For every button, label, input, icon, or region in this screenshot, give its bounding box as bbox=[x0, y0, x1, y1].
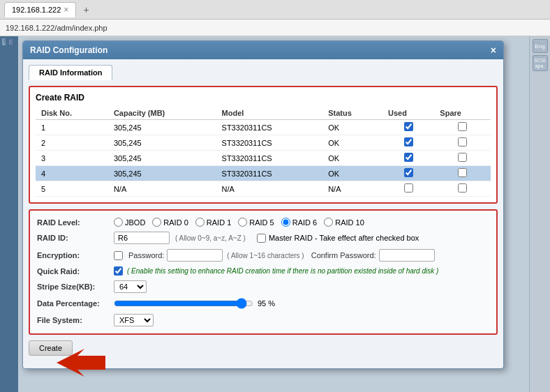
spare-checkbox[interactable] bbox=[458, 168, 467, 177]
tab-bar: RAID Information bbox=[29, 65, 498, 80]
password-label: Password: bbox=[128, 251, 164, 259]
used-cell[interactable] bbox=[382, 135, 434, 151]
encryption-checkbox[interactable] bbox=[114, 251, 123, 260]
raid0-radio[interactable] bbox=[152, 218, 161, 227]
table-row: 1 305,245 ST3320311CS OK bbox=[36, 120, 491, 135]
table-row: 2 305,245 ST3320311CS OK bbox=[36, 135, 491, 151]
data-percentage-value: 95 % bbox=[258, 299, 275, 308]
master-raid-checkbox[interactable] bbox=[257, 234, 266, 243]
confirm-password-input[interactable] bbox=[379, 249, 435, 262]
used-checkbox[interactable] bbox=[404, 153, 413, 162]
file-system-select[interactable]: XFS EXT4 NTFS bbox=[114, 314, 154, 326]
address-text[interactable]: 192.168.1.222/adm/index.php bbox=[6, 24, 107, 32]
sidebar-item-1: en bbox=[0, 36, 7, 47]
dialog-body: RAID Information Create RAID Disk No. Ca… bbox=[23, 59, 503, 368]
raid1-radio[interactable] bbox=[195, 218, 205, 227]
jbod-option[interactable]: JBOD bbox=[114, 218, 145, 227]
capacity-cell: 305,245 bbox=[108, 135, 216, 151]
right-sidebar-btn-2[interactable]: SCSIapa. bbox=[533, 55, 548, 71]
left-sidebar: en m bbox=[0, 36, 18, 392]
tab-label: 192.168.1.222 bbox=[12, 6, 61, 14]
spare-cell[interactable] bbox=[434, 166, 491, 181]
status-cell: OK bbox=[322, 151, 382, 166]
create-arrow bbox=[57, 349, 112, 384]
raid-level-row: RAID Level: JBOD RAID 0 RAID 1 bbox=[37, 218, 489, 227]
quick-raid-row: Quick Raid: ( Enable this setting to enh… bbox=[37, 266, 489, 276]
spare-checkbox[interactable] bbox=[458, 122, 467, 131]
col-model: Model bbox=[216, 107, 323, 120]
used-cell[interactable] bbox=[382, 166, 434, 181]
raid10-option[interactable]: RAID 10 bbox=[324, 218, 364, 227]
spare-checkbox[interactable] bbox=[458, 137, 467, 146]
disk-no-cell: 1 bbox=[36, 120, 108, 135]
browser-bar: 192.168.1.222 × + bbox=[0, 0, 550, 20]
col-disk-no: Disk No. bbox=[36, 107, 108, 120]
model-cell: ST3320311CS bbox=[216, 166, 323, 181]
capacity-cell: N/A bbox=[108, 181, 216, 197]
stripe-size-select[interactable]: 64 128 256 bbox=[114, 280, 147, 293]
quick-raid-checkbox[interactable] bbox=[114, 266, 123, 276]
raid1-option[interactable]: RAID 1 bbox=[195, 218, 231, 227]
sidebar-item-2: m bbox=[7, 36, 14, 47]
password-note: ( Allow 1~16 characters ) bbox=[227, 252, 304, 259]
jbod-radio[interactable] bbox=[114, 218, 123, 227]
capacity-cell: 305,245 bbox=[108, 166, 216, 181]
used-checkbox[interactable] bbox=[404, 183, 413, 193]
col-spare: Spare bbox=[434, 107, 491, 120]
raid5-radio[interactable] bbox=[238, 218, 247, 227]
tab-close-icon[interactable]: × bbox=[64, 5, 68, 15]
bottom-section: Create bbox=[29, 340, 498, 363]
dialog-close-icon[interactable]: × bbox=[491, 45, 496, 56]
col-used: Used bbox=[382, 107, 434, 120]
file-system-row: File System: XFS EXT4 NTFS bbox=[37, 314, 489, 326]
dialog-title: RAID Configuration bbox=[30, 45, 107, 55]
raid-options-section: RAID Level: JBOD RAID 0 RAID 1 bbox=[29, 209, 498, 335]
status-cell: OK bbox=[322, 120, 382, 135]
spare-cell[interactable] bbox=[434, 120, 491, 135]
dialog-titlebar: RAID Configuration × bbox=[23, 41, 503, 59]
model-cell: ST3320311CS bbox=[216, 135, 323, 151]
address-bar: 192.168.1.222/adm/index.php bbox=[0, 20, 550, 36]
data-percentage-slider[interactable] bbox=[114, 298, 253, 309]
raid-id-row: RAID ID: ( Allow 0~9, a~z, A~Z ) Master … bbox=[37, 232, 489, 244]
svg-marker-0 bbox=[57, 349, 105, 377]
status-cell: OK bbox=[322, 166, 382, 181]
raid5-option[interactable]: RAID 5 bbox=[238, 218, 274, 227]
used-cell[interactable] bbox=[382, 181, 434, 197]
used-cell[interactable] bbox=[382, 151, 434, 166]
spare-checkbox[interactable] bbox=[458, 183, 467, 193]
table-row: 5 N/A N/A N/A bbox=[36, 181, 491, 197]
content-area: RAID Configuration × RAID Information Cr… bbox=[18, 36, 529, 392]
used-checkbox[interactable] bbox=[404, 137, 413, 146]
model-cell: N/A bbox=[216, 181, 323, 197]
raid-level-radio-group: JBOD RAID 0 RAID 1 RAID 5 bbox=[114, 218, 364, 227]
raid-id-input[interactable] bbox=[114, 232, 170, 244]
col-capacity: Capacity (MB) bbox=[108, 107, 216, 120]
used-checkbox[interactable] bbox=[404, 168, 413, 177]
used-checkbox[interactable] bbox=[404, 122, 413, 131]
disk-no-cell: 5 bbox=[36, 181, 108, 197]
master-raid-label[interactable]: Master RAID - Take effect after checked … bbox=[257, 234, 419, 243]
raid-info-tab[interactable]: RAID Information bbox=[29, 65, 112, 80]
status-cell: OK bbox=[322, 135, 382, 151]
spare-cell[interactable] bbox=[434, 135, 491, 151]
raid-id-note: ( Allow 0~9, a~z, A~Z ) bbox=[175, 234, 246, 242]
new-tab-icon[interactable]: + bbox=[79, 3, 93, 17]
raid10-radio[interactable] bbox=[324, 218, 333, 227]
used-cell[interactable] bbox=[382, 120, 434, 135]
right-sidebar: Eng SCSIapa. bbox=[529, 36, 550, 392]
raid0-option[interactable]: RAID 0 bbox=[152, 218, 188, 227]
disk-no-cell: 4 bbox=[36, 166, 108, 181]
raid6-option[interactable]: RAID 6 bbox=[281, 218, 317, 227]
create-raid-section: Create RAID Disk No. Capacity (MB) Model… bbox=[29, 86, 498, 204]
right-sidebar-btn-1[interactable]: Eng bbox=[533, 39, 548, 53]
spare-cell[interactable] bbox=[434, 181, 491, 197]
password-input[interactable] bbox=[167, 249, 223, 262]
create-raid-title: Create RAID bbox=[36, 93, 491, 103]
capacity-cell: 305,245 bbox=[108, 120, 216, 135]
browser-tab[interactable]: 192.168.1.222 × bbox=[4, 2, 76, 17]
spare-checkbox[interactable] bbox=[458, 153, 467, 162]
confirm-password-label: Confirm Password: bbox=[311, 251, 376, 259]
raid6-radio[interactable] bbox=[281, 218, 290, 227]
spare-cell[interactable] bbox=[434, 151, 491, 166]
